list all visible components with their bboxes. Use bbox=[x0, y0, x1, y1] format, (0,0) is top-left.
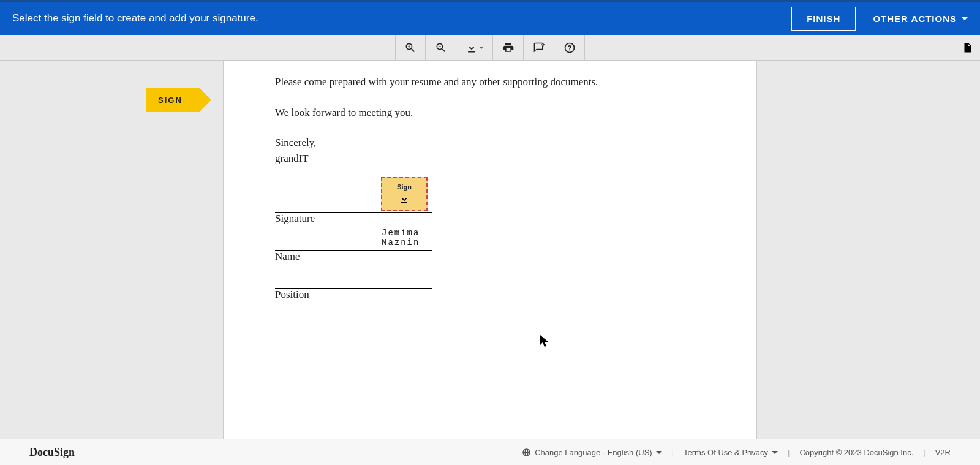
sign-arrow-down-icon bbox=[398, 193, 410, 205]
copyright-text: Copyright © 2023 DocuSign Inc. bbox=[799, 448, 913, 457]
chevron-down-icon bbox=[479, 47, 484, 49]
doc-line-1: Please come prepared with your resume an… bbox=[275, 74, 705, 90]
doc-line-2: We look forward to meeting you. bbox=[275, 105, 705, 121]
position-label: Position bbox=[275, 289, 705, 301]
other-actions-label: OTHER ACTIONS bbox=[873, 13, 957, 24]
comment-button[interactable] bbox=[524, 35, 554, 60]
chevron-down-icon bbox=[656, 451, 662, 454]
doc-closing: Sincerely, bbox=[275, 135, 705, 151]
version-text: V2R bbox=[935, 448, 951, 457]
change-language-button[interactable]: Change Language - English (US) bbox=[522, 448, 662, 457]
zoom-out-icon bbox=[435, 42, 447, 54]
thumbnails-toggle[interactable] bbox=[962, 35, 973, 60]
document-body: Please come prepared with your resume an… bbox=[275, 74, 705, 166]
brand-logo: DocuSign bbox=[29, 446, 75, 459]
signature-block: Sign Signature Jemima Naznin Name Positi… bbox=[275, 180, 705, 301]
comment-add-icon bbox=[533, 42, 545, 54]
sign-tag-label: SIGN bbox=[158, 96, 183, 105]
help-icon bbox=[564, 42, 576, 54]
finish-button[interactable]: FINISH bbox=[791, 7, 856, 31]
toolbar-group bbox=[395, 35, 585, 60]
banner-actions: FINISH OTHER ACTIONS bbox=[791, 7, 968, 31]
separator: | bbox=[923, 448, 925, 457]
instruction-banner: Select the sign field to create and add … bbox=[0, 0, 980, 35]
terms-label: Terms Of Use & Privacy bbox=[684, 448, 768, 457]
separator: | bbox=[672, 448, 674, 457]
chevron-down-icon bbox=[962, 17, 968, 20]
print-icon bbox=[502, 42, 514, 54]
lang-label: Change Language - English (US) bbox=[535, 448, 652, 457]
name-label: Name bbox=[275, 251, 705, 263]
instruction-text: Select the sign field to create and add … bbox=[12, 12, 258, 25]
position-field-row: Position bbox=[275, 265, 705, 301]
chevron-down-icon bbox=[772, 451, 778, 454]
help-button[interactable] bbox=[554, 35, 585, 60]
globe-icon bbox=[522, 448, 531, 457]
sign-here-field[interactable]: Sign bbox=[381, 177, 428, 211]
signature-line: Sign bbox=[275, 180, 432, 213]
doc-company: grandIT bbox=[275, 151, 705, 167]
print-button[interactable] bbox=[493, 35, 524, 60]
zoom-in-icon bbox=[404, 42, 417, 54]
download-button[interactable] bbox=[456, 35, 493, 60]
signature-label: Signature bbox=[275, 213, 705, 225]
other-actions-button[interactable]: OTHER ACTIONS bbox=[873, 13, 968, 24]
name-field-value: Jemima Naznin bbox=[382, 228, 432, 248]
sign-here-label: Sign bbox=[397, 183, 412, 191]
download-icon bbox=[466, 42, 478, 54]
document-toolbar bbox=[0, 35, 980, 61]
signature-field-row: Sign Signature bbox=[275, 180, 705, 225]
separator: | bbox=[788, 448, 790, 457]
page-thumbnails-icon bbox=[962, 42, 973, 53]
zoom-out-button[interactable] bbox=[426, 35, 456, 60]
name-line: Jemima Naznin bbox=[275, 227, 432, 251]
footer: DocuSign Change Language - English (US) … bbox=[0, 439, 980, 465]
document-page: Please come prepared with your resume an… bbox=[223, 61, 757, 439]
position-line bbox=[275, 265, 432, 289]
name-field-row: Jemima Naznin Name bbox=[275, 227, 705, 263]
terms-privacy-button[interactable]: Terms Of Use & Privacy bbox=[684, 448, 778, 457]
footer-links: Change Language - English (US) | Terms O… bbox=[522, 448, 951, 457]
sign-navigation-tag[interactable]: SIGN bbox=[146, 88, 200, 112]
zoom-in-button[interactable] bbox=[395, 35, 426, 60]
document-viewport[interactable]: SIGN Please come prepared with your resu… bbox=[0, 61, 980, 439]
